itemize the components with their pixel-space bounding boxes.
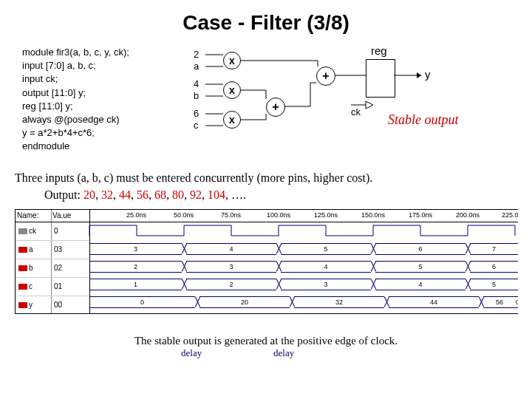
seq-val: 104: [208, 188, 225, 201]
sig-c: c: [194, 120, 199, 131]
signal-icon: [18, 247, 27, 253]
bus-val: 44: [389, 296, 479, 308]
bus-val: 6: [470, 261, 518, 273]
text: Three inputs (a: [15, 171, 86, 184]
name-column: Name: ck a b c y: [16, 210, 52, 313]
time-tick: 25.0ns: [126, 211, 146, 219]
wave-row-c: 1 2 3 4 5: [89, 275, 518, 293]
signal-val: 02: [51, 259, 89, 278]
const-2: 2: [194, 49, 199, 60]
text: higher cost).: [313, 171, 372, 184]
code-line: always @(posedge ck): [22, 113, 170, 126]
verilog-code: module fir3(a, b, c, y, ck); input [7:0]…: [15, 46, 170, 164]
concurrent-inputs-text: Three inputs (a, b, c) must be entered c…: [15, 171, 517, 185]
seq-val: 92: [190, 188, 202, 201]
page-title: Case - Filter (3/8): [15, 11, 517, 35]
seq-val: 32: [101, 188, 113, 201]
code-line: y = a*2+b*4+c*6;: [22, 126, 170, 140]
sig-a: a: [194, 61, 199, 72]
delay-label: delay: [273, 347, 294, 359]
seq-val: 80: [172, 188, 184, 201]
bus-val: 0: [89, 296, 195, 308]
signal-icon: [18, 265, 27, 271]
top-row: module fir3(a, b, c, y, ck); input [7:0]…: [15, 46, 517, 164]
bus-val: 4: [375, 279, 466, 290]
ck-label: ck: [351, 106, 361, 117]
text: ) must be entered concurrently (more pin…: [109, 171, 307, 184]
adder-icon: +: [316, 66, 335, 86]
name-header: Name:: [16, 210, 51, 222]
code-line: reg [11:0] y;: [22, 100, 170, 113]
output-label: Output:: [44, 188, 83, 201]
code-line: endmodule: [22, 140, 170, 153]
wave-row-y: 0 20 32 44 56 0: [89, 293, 518, 310]
text: c: [104, 171, 109, 184]
bus-val: 4: [281, 261, 371, 273]
bus-val: 0: [516, 296, 518, 308]
y-label: y: [425, 68, 431, 81]
stable-output-text: Stable output: [388, 112, 459, 128]
multiplier-icon: x: [223, 52, 241, 69]
signal-val: 0: [51, 222, 89, 241]
signal-name-c: c: [16, 278, 51, 296]
seq-val: 44: [119, 188, 131, 201]
bus-val: 2: [89, 261, 182, 273]
signal-val: 00: [51, 296, 89, 314]
code-line: output [11:0] y;: [22, 86, 170, 100]
time-tick: 50.0ns: [174, 211, 194, 219]
bus-val: 32: [294, 296, 384, 308]
time-tick: 75.0ns: [221, 211, 241, 219]
text: b: [92, 171, 98, 184]
wave-row-b: 2 3 4 5 6: [89, 257, 518, 275]
block-diagram: 2 a 4 b 6 c x x x + + reg y ck Stable ou…: [185, 46, 495, 164]
value-column: Va.ue 0 03 02 01 00: [51, 210, 89, 313]
signal-icon: [18, 284, 27, 290]
svg-marker-17: [417, 72, 421, 78]
time-tick: 175.0ns: [409, 211, 432, 219]
const-4: 4: [194, 78, 199, 89]
ck-waveform: [89, 222, 518, 239]
adder-icon: +: [266, 98, 285, 117]
wave-row-a: 3 4 5 6 7: [89, 239, 518, 257]
seq-val: 68: [154, 188, 166, 201]
svg-marker-18: [366, 101, 373, 109]
signal-name-y: y: [16, 296, 51, 314]
wave-body: 3 4 5 6 7 2 3 4 5 6 1 2 3 4 5 0 20 32 44…: [89, 222, 518, 313]
delay-label: delay: [181, 347, 202, 359]
bus-val: 3: [186, 261, 276, 273]
code-line: module fir3(a, b, c, y, ck);: [22, 46, 170, 59]
signal-val: 01: [51, 278, 89, 296]
const-6: 6: [194, 108, 199, 119]
time-tick: 200.0ns: [456, 211, 480, 219]
waveform-viewer: Name: ck a b c y Va.ue 0 03 02 01 00 25.…: [15, 209, 518, 314]
register-block: [366, 59, 395, 98]
sig-b: b: [194, 90, 199, 101]
time-tick: 150.0ns: [361, 211, 385, 219]
multiplier-icon: x: [223, 81, 241, 99]
bus-val: 6: [375, 243, 466, 255]
time-tick: 125.0ns: [314, 211, 338, 219]
bus-val: 5: [281, 243, 371, 255]
reg-label: reg: [371, 44, 387, 57]
bus-val: 3: [281, 279, 371, 290]
bus-val: 5: [470, 279, 518, 290]
multiplier-icon: x: [223, 111, 241, 129]
signal-name-a: a: [16, 241, 51, 259]
bus-val: 3: [89, 243, 182, 255]
bus-val: 5: [375, 261, 466, 273]
seq-val: 20: [83, 188, 95, 201]
bus-val: 2: [186, 279, 276, 290]
bus-val: 7: [470, 243, 518, 255]
wave-row-ck: [89, 222, 518, 239]
bus-val: 4: [186, 243, 276, 255]
time-tick: 225.0ns: [502, 211, 518, 219]
code-line: input [7:0] a, b, c;: [22, 59, 170, 72]
bus-val: 56: [483, 296, 516, 308]
time-tick: 100.0ns: [267, 211, 290, 219]
bus-val: 20: [200, 296, 290, 308]
output-sequence-text: Output: 20, 32, 44, 56, 68, 80, 92, 104,…: [44, 188, 517, 202]
seq-val: 56: [137, 188, 149, 201]
signal-icon: [18, 228, 27, 234]
signal-name-b: b: [16, 259, 51, 278]
code-line: input ck;: [22, 72, 170, 86]
